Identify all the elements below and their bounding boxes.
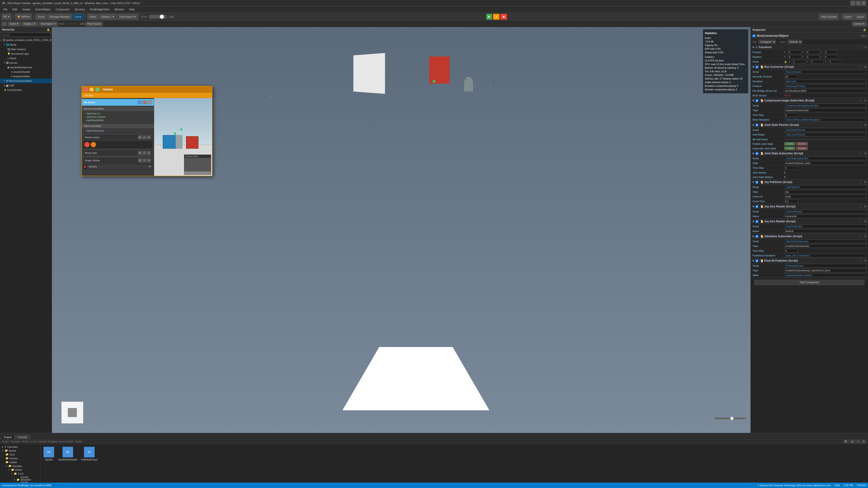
- assets-200[interactable]: ▼ 📁 2.0.0: [1, 472, 39, 476]
- search-icon-btn[interactable]: 🔍: [843, 440, 849, 443]
- jsp-subscribe-disable-btn[interactable]: Disable: [796, 147, 808, 150]
- sort-btn[interactable]: ⇅: [861, 440, 866, 443]
- float64-header[interactable]: ▼ 📜 Float 64 Publisher (Script) ⋮ ⚙: [751, 258, 868, 263]
- inspector-lock-icon[interactable]: 🔒: [863, 28, 866, 31]
- jss-menu[interactable]: ⋮: [859, 152, 862, 155]
- gz-play-stop-btn[interactable]: [84, 142, 90, 147]
- minimize-button[interactable]: ─: [850, 1, 855, 6]
- transform-gear-icon[interactable]: ⚙: [865, 46, 867, 48]
- file-pub-head-torque[interactable]: C# PubHeadTorque: [81, 447, 97, 461]
- assets-unfold[interactable]: 📁 Unfold: [1, 460, 39, 464]
- seconds-timeout-input[interactable]: [784, 75, 798, 78]
- object-enabled-checkbox[interactable]: [752, 34, 755, 37]
- float64-enabled[interactable]: [755, 259, 758, 262]
- jsp-publish-disable-btn[interactable]: Disable: [796, 142, 808, 145]
- scale-z-input[interactable]: [829, 60, 842, 64]
- hierarchy-item-head-joint-slider[interactable]: ≡ HeadJointSlider: [0, 74, 52, 78]
- tag-dropdown[interactable]: Untagged: [758, 40, 776, 44]
- layout-toggle-btn[interactable]: ≡: [856, 440, 860, 443]
- display-dropdown[interactable]: Display 1 ▼: [99, 14, 117, 20]
- gz-id-add-btn[interactable]: +: [143, 158, 147, 162]
- jsp-script-ref[interactable]: JointStatePatcher: [784, 128, 866, 132]
- odometry-enabled[interactable]: [755, 235, 758, 238]
- transform-menu-icon[interactable]: ⋮: [860, 45, 863, 49]
- favorites-header[interactable]: ▶ ★ Favorites: [1, 445, 39, 449]
- gz-service-move-to[interactable]: • /gui/move_to: [82, 112, 154, 115]
- joy-axis1-gear[interactable]: ⚙: [864, 205, 867, 208]
- slider-thumb[interactable]: [730, 417, 734, 420]
- scale-x-input[interactable]: [792, 60, 806, 64]
- compressed-image-header[interactable]: ▼ 📜 Compressed Image Subscriber (Script)…: [751, 98, 868, 103]
- protocol-ref[interactable]: Newtonsoft Sharp: [784, 84, 866, 88]
- joy-axis2-gear[interactable]: ⚙: [864, 220, 867, 223]
- jsp-enabled[interactable]: [755, 124, 758, 127]
- float64-slider-ref[interactable]: HeadJointSlider (Slider): [784, 273, 866, 277]
- scale-lock-icon[interactable]: 🔒: [784, 61, 787, 63]
- joy-pub-frameid-input[interactable]: [784, 195, 866, 198]
- gz-service-follow[interactable]: • /gui/followfollfset: [82, 119, 154, 122]
- float64-gear[interactable]: ⚙: [864, 259, 867, 262]
- joy-pub-enabled[interactable]: [755, 181, 758, 184]
- tab-console[interactable]: Console: [15, 435, 30, 439]
- float64-menu[interactable]: ⋮: [859, 259, 862, 263]
- gazebo-max-btn[interactable]: □: [95, 88, 99, 92]
- ros-connector-enabled-check[interactable]: [755, 66, 758, 68]
- ros-connector-gear[interactable]: ⚙: [864, 65, 867, 68]
- odometry-gear[interactable]: ⚙: [864, 235, 867, 238]
- hierarchy-item-r2d2[interactable]: ▶ 🤖 r2d2: [0, 83, 52, 88]
- scale-y-input[interactable]: [810, 60, 824, 64]
- gz-ws-settings-btn[interactable]: ⚙: [138, 151, 142, 155]
- menu-window[interactable]: Window: [112, 7, 126, 11]
- gazebo-min-btn[interactable]: ─: [90, 88, 94, 92]
- position-x-input[interactable]: [788, 51, 801, 54]
- pause-button[interactable]: ⏸: [493, 14, 500, 20]
- package-manager-button[interactable]: Package Manager: [48, 14, 72, 20]
- menu-component[interactable]: Component: [53, 7, 72, 11]
- menu-services[interactable]: Services: [72, 7, 87, 11]
- layers-button[interactable]: Layers: [842, 14, 854, 20]
- play-button[interactable]: ▶: [486, 14, 492, 20]
- jss-header[interactable]: ▼ 📜 Joint State Subscriber (Script) ⋮ ⚙: [751, 151, 868, 156]
- lighting-button[interactable]: ☀️ Lighting: [15, 14, 32, 20]
- gz-pause-btn[interactable]: [91, 142, 96, 147]
- gz-ws-close-btn[interactable]: ✕: [147, 151, 151, 155]
- assets-scenes[interactable]: 📁 Scenes: [1, 456, 39, 460]
- hierarchy-item-ros-connector[interactable]: ▼ ⚙ RosConnectorObject: [0, 78, 52, 83]
- compressed-image-enabled[interactable]: [755, 99, 758, 102]
- odometry-menu[interactable]: ⋮: [859, 234, 862, 238]
- joy-pub-gear[interactable]: ⚙: [864, 181, 867, 184]
- compressed-timestep-input[interactable]: [784, 113, 798, 117]
- gz-scene-close-btn[interactable]: ✕: [148, 100, 152, 104]
- hierarchy-lock-icon[interactable]: 🔒: [46, 28, 50, 31]
- close-button[interactable]: ✕: [861, 1, 866, 6]
- hierarchy-item-world[interactable]: ▼ 🌐 World: [0, 42, 52, 47]
- joy-axis2-name-input[interactable]: [784, 229, 866, 233]
- display-1-dropdown[interactable]: Display 1 ▼: [22, 22, 38, 26]
- gazebo-3d-scene-title[interactable]: 3D Scene + 📌 ✕: [82, 99, 154, 106]
- slider-track[interactable]: [714, 418, 746, 419]
- hierarchy-item-joystick-bg[interactable]: ◉ JoystickBackground: [0, 65, 52, 70]
- gz-camera-select[interactable]: /camera: [87, 164, 152, 169]
- odometry-transform-ref[interactable]: base_link (Transform): [784, 254, 866, 257]
- joy-pub-topic-input[interactable]: [784, 190, 866, 194]
- position-z-input[interactable]: [824, 51, 837, 54]
- joy-axis2-header[interactable]: ▼ 📜 Joy Axis Reader (Script) ⋮ ⚙: [751, 219, 868, 224]
- file-joystick-axis[interactable]: C# JoystickAxisReader: [58, 447, 78, 461]
- odometry-script-ref[interactable]: OdometrySubscriber: [784, 239, 866, 243]
- compressed-script-ref[interactable]: CompressedImageSubscriber: [784, 104, 866, 107]
- jsp-all-urdf-ref[interactable]: [784, 139, 866, 140]
- hierarchy-item-canvas[interactable]: ▼ 🖼 Canvas: [0, 61, 52, 65]
- position-y-input[interactable]: [806, 51, 819, 54]
- assets-samples[interactable]: ▼ 📁 Samples: [1, 464, 39, 468]
- jss-script-ref[interactable]: JointStateSubscriber: [784, 157, 866, 160]
- compressed-image-menu[interactable]: ⋮: [859, 99, 862, 102]
- jsp-publish-enable-btn[interactable]: Enable: [784, 142, 795, 145]
- compressed-topic-input[interactable]: [784, 108, 866, 112]
- gz-id-settings-btn[interactable]: ⚙: [138, 158, 142, 162]
- play-focused-button[interactable]: Play Focused: [819, 14, 838, 20]
- gz-wc-settings-btn[interactable]: ⚙: [138, 135, 142, 139]
- gz-scene-pin-btn[interactable]: 📌: [143, 100, 147, 104]
- hierarchy-item-joystick-handle[interactable]: ⊙ JoystickHandle: [0, 70, 52, 74]
- jss-enabled[interactable]: [755, 152, 758, 155]
- joy-axis1-header[interactable]: ▼ 📜 Joy Axis Reader (Script) ⋮ ⚙: [751, 204, 868, 209]
